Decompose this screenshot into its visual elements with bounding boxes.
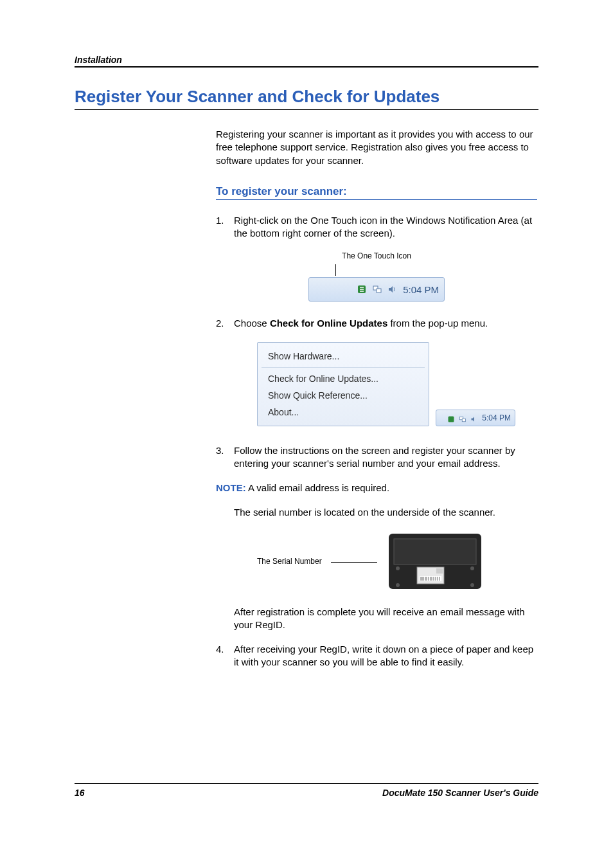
step-number: 2. [216,317,234,330]
step-2-suffix: from the pop-up menu. [387,318,488,329]
tray-clock: 5:04 PM [482,413,511,422]
page-title: Register Your Scanner and Check for Upda… [75,87,538,107]
menu-item-show-hardware[interactable]: Show Hardware... [258,348,429,365]
volume-icon [470,414,478,422]
network-icon [372,284,382,294]
step-number: 3. [216,444,234,471]
volume-icon [387,284,398,294]
step-text: Follow the instructions on the screen an… [234,444,537,471]
callout-line [335,264,336,276]
menu-separator [262,367,425,368]
svg-rect-7 [394,539,476,565]
notification-area-small: 5:04 PM [436,410,515,426]
page-footer: 16 DocuMate 150 Scanner User's Guide [75,783,538,798]
popup-figure: Show Hardware... Check for Online Update… [257,342,537,426]
tray-caption: The One Touch Icon [216,251,537,260]
step-text: After receiving your RegID, write it dow… [234,643,537,669]
onetouch-icon [357,284,367,294]
step-number: 1. [216,214,234,240]
footer-title: DocuMate 150 Scanner User's Guide [382,788,538,798]
menu-item-check-updates[interactable]: Check for Online Updates... [258,370,429,387]
step-1: 1. Right-click on the One Touch icon in … [216,214,537,240]
menu-item-about[interactable]: About... [258,404,429,420]
step-2-bold: Check for Online Updates [270,318,387,329]
tray-figure: The One Touch Icon 5:04 PM [216,251,537,302]
note-label: NOTE: [216,482,246,493]
menu-item-quick-reference[interactable]: Show Quick Reference... [258,387,429,404]
svg-point-12 [470,583,474,587]
serial-info-paragraph: The serial number is located on the unde… [234,506,537,519]
tray-clock: 5:04 PM [403,284,439,295]
note-paragraph: NOTE: A valid email address is required. [216,482,537,494]
section-heading: To register your scanner: [216,185,537,198]
onetouch-icon [447,414,455,422]
h2-rule [216,199,537,200]
step-3: 3. Follow the instructions on the screen… [216,444,537,471]
post-registration-paragraph: After registration is complete you will … [234,606,537,632]
step-4: 4. After receiving your RegID, write it … [216,643,537,669]
step-text: Choose Check for Online Updates from the… [234,317,537,330]
serial-label: The Serial Number [257,557,322,566]
notification-area: 5:04 PM [308,277,445,302]
svg-point-10 [470,566,474,570]
serial-figure: The Serial Number [257,531,537,592]
svg-rect-3 [449,416,454,422]
h1-rule [75,109,538,110]
step-text: Right-click on the One Touch icon in the… [234,214,537,240]
step-2-prefix: Choose [234,318,270,329]
step-2: 2. Choose Check for Online Updates from … [216,317,537,330]
svg-point-9 [396,566,400,570]
svg-rect-5 [463,419,466,422]
intro-paragraph: Registering your scanner is important as… [216,128,537,167]
step-number: 4. [216,643,234,669]
svg-rect-27 [436,568,443,574]
footer-rule [75,783,538,784]
running-header: Installation [75,55,538,65]
scanner-underside-image [386,531,484,592]
callout-line [331,562,377,563]
svg-rect-2 [377,289,381,293]
note-text: A valid email address is required. [246,482,389,493]
popup-menu: Show Hardware... Check for Online Update… [257,342,429,426]
network-icon [459,414,466,422]
header-rule [75,66,538,68]
page-number: 16 [75,788,85,798]
svg-point-11 [396,583,400,587]
